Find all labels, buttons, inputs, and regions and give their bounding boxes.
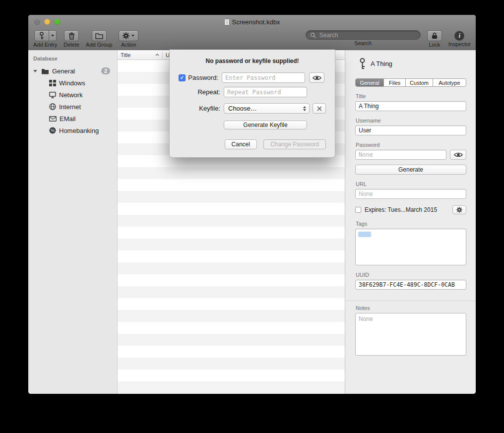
action-button[interactable] xyxy=(119,30,138,41)
inspector-header: A Thing xyxy=(359,57,466,70)
padlock-icon xyxy=(432,32,438,39)
tags-field[interactable] xyxy=(355,229,466,265)
expires-label: Expires: Tues...March 2015 xyxy=(365,206,449,213)
expires-checkbox[interactable] xyxy=(355,207,361,213)
password-field[interactable] xyxy=(355,150,446,160)
tags-label: Tags xyxy=(356,221,466,227)
chevron-down-icon xyxy=(51,35,54,37)
disclosure-triangle-icon[interactable] xyxy=(33,70,37,72)
tab-files[interactable]: Files xyxy=(384,79,406,86)
minimize-button[interactable] xyxy=(44,19,50,25)
generate-keyfile-button[interactable]: Generate Keyfile xyxy=(224,121,307,129)
tag-token[interactable] xyxy=(358,232,371,237)
password-input[interactable] xyxy=(222,72,305,83)
sidebar-item-network[interactable]: Network xyxy=(28,89,117,101)
toolbar: Add Entry Delete xyxy=(28,29,476,50)
url-field[interactable] xyxy=(355,189,466,199)
sidebar: Database General 2 Windows xyxy=(28,50,118,394)
window-chrome: Screenshot.kdbx xyxy=(28,15,476,50)
add-entry-label: Add Entry xyxy=(33,42,57,48)
folder-icon xyxy=(95,33,103,39)
sidebar-item-general[interactable]: General 2 xyxy=(28,65,117,77)
sidebar-item-label: Homebanking xyxy=(59,127,99,134)
username-field[interactable] xyxy=(355,125,466,135)
sidebar-item-label: Windows xyxy=(59,79,85,87)
gear-icon xyxy=(456,207,462,213)
column-title-label: Title xyxy=(121,52,130,58)
reveal-password-button[interactable] xyxy=(309,72,324,83)
sidebar-item-label: Internet xyxy=(59,103,81,111)
key-icon xyxy=(359,58,366,69)
search-field xyxy=(306,30,421,40)
add-group-label: Add Group xyxy=(86,42,112,48)
keyfile-popup[interactable]: Choose… xyxy=(224,103,310,114)
svg-text:%: % xyxy=(51,128,55,133)
add-entry-dropdown[interactable] xyxy=(49,30,57,41)
lock-label: Lock xyxy=(429,42,440,48)
password-label: Password: xyxy=(188,74,218,81)
search-label: Search xyxy=(354,41,372,46)
sidebar-item-label: Network xyxy=(59,91,83,99)
generate-password-button[interactable]: Generate xyxy=(355,165,466,175)
password-row: ✓ Password: xyxy=(179,72,326,83)
repeat-row: Repeat: xyxy=(179,87,326,97)
column-header-title[interactable]: Title xyxy=(118,52,162,58)
tab-general[interactable]: General xyxy=(356,79,384,86)
eye-icon xyxy=(454,152,463,158)
toolbar-item-add-entry: Add Entry xyxy=(33,30,57,48)
close-button[interactable] xyxy=(34,19,40,25)
tab-custom[interactable]: Custom xyxy=(406,79,433,86)
checkmark-icon: ✓ xyxy=(180,75,184,80)
lock-button[interactable] xyxy=(427,30,442,41)
sidebar-item-label: EMail xyxy=(60,115,76,123)
uuid-label: UUID xyxy=(356,272,466,278)
add-group-button[interactable] xyxy=(92,30,107,41)
sidebar-item-homebanking[interactable]: % Homebanking xyxy=(28,124,117,136)
toolbar-item-add-group: Add Group xyxy=(86,30,112,48)
sidebar-item-internet[interactable]: Internet xyxy=(28,101,117,113)
windows-icon xyxy=(49,80,56,86)
notes-field[interactable] xyxy=(355,313,466,356)
globe-icon xyxy=(49,103,56,110)
folder-icon xyxy=(41,68,49,74)
toolbar-item-delete: Delete xyxy=(63,30,79,48)
toolbar-item-action: Action xyxy=(119,30,138,48)
change-password-sheet: No password or keyfile supplied! ✓ Passw… xyxy=(169,50,335,158)
column-header-username[interactable]: U xyxy=(163,52,170,58)
sidebar-item-email[interactable]: EMail xyxy=(28,113,117,124)
search-input[interactable] xyxy=(318,31,416,39)
title-field[interactable] xyxy=(355,101,466,111)
gear-icon xyxy=(123,32,129,39)
inspector-label: Inspector xyxy=(448,42,471,47)
entry-count-badge: 2 xyxy=(101,67,110,74)
change-password-button[interactable]: Change Password xyxy=(263,139,326,149)
zoom-button[interactable] xyxy=(54,19,60,25)
window-title-wrap: Screenshot.kdbx xyxy=(224,18,280,26)
repeat-input[interactable] xyxy=(224,87,307,97)
add-entry-main[interactable] xyxy=(34,30,49,41)
cancel-button[interactable]: Cancel xyxy=(225,139,257,149)
toolbar-item-inspector: i Inspector xyxy=(448,30,471,47)
close-icon xyxy=(317,106,322,111)
repeat-label: Repeat: xyxy=(179,88,220,96)
delete-label: Delete xyxy=(63,42,79,48)
keyfile-label: Keyfile: xyxy=(179,105,220,112)
chevron-down-icon xyxy=(131,35,134,37)
tab-autotype[interactable]: Autotype xyxy=(433,79,466,86)
inspector-toggle-button[interactable]: i xyxy=(454,31,464,41)
reveal-password-button[interactable] xyxy=(450,150,466,160)
sort-ascending-icon xyxy=(155,54,159,56)
clear-keyfile-button[interactable] xyxy=(313,103,326,114)
inspector-divider xyxy=(345,301,476,301)
sheet-message: No password or keyfile supplied! xyxy=(179,58,326,64)
password-checkbox[interactable]: ✓ xyxy=(179,74,186,81)
expires-options-button[interactable] xyxy=(452,205,466,214)
key-icon xyxy=(39,32,45,40)
window-title: Screenshot.kdbx xyxy=(232,18,280,26)
sidebar-item-windows[interactable]: Windows xyxy=(28,77,117,89)
add-entry-button[interactable] xyxy=(34,30,57,41)
delete-button[interactable] xyxy=(64,30,79,41)
uuid-field[interactable] xyxy=(355,280,466,290)
entry-title: A Thing xyxy=(371,60,392,67)
username-field-label: Username xyxy=(356,118,466,124)
